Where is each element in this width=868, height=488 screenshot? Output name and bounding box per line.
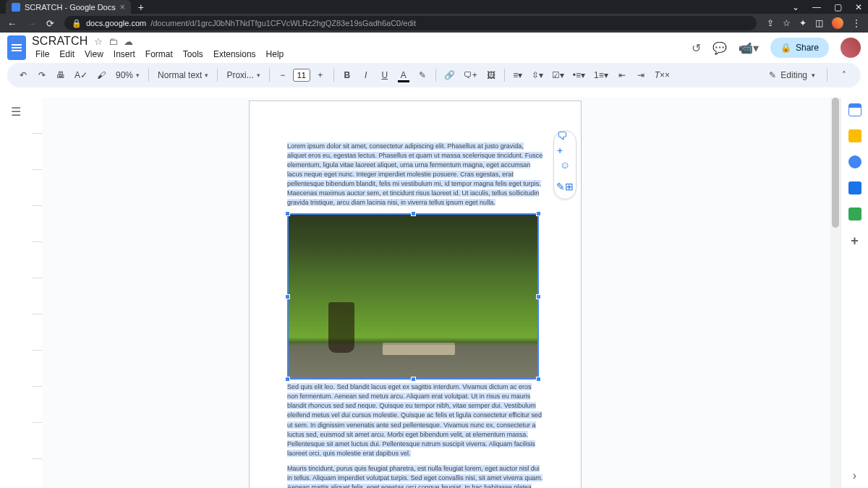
vertical-scrollbar[interactable] [830, 98, 841, 488]
contacts-icon[interactable] [848, 181, 861, 194]
editing-mode-dropdown[interactable]: ✎ Editing ▾ [762, 67, 822, 83]
paragraph-style-dropdown[interactable]: Normal text [153, 67, 213, 83]
sidepanel-icon[interactable]: ◫ [815, 18, 823, 28]
resize-handle-sw[interactable] [285, 377, 290, 382]
new-tab-button[interactable]: + [138, 1, 144, 13]
italic-button[interactable]: I [357, 67, 375, 84]
star-icon[interactable]: ☆ [94, 36, 103, 47]
pencil-icon: ✎ [769, 70, 776, 80]
paragraph-2[interactable]: Sed quis elit leo. Sed blandit lacus ege… [287, 383, 542, 456]
forward-button: → [27, 18, 36, 29]
suggest-edits-icon[interactable]: ✎⊞ [557, 179, 573, 194]
minimize-icon[interactable]: — [812, 2, 821, 12]
calendar-icon[interactable] [848, 103, 861, 116]
align-dropdown[interactable]: ≡▾ [509, 67, 527, 84]
close-window-icon[interactable]: ✕ [855, 2, 862, 12]
font-size-input[interactable] [293, 69, 310, 82]
back-button[interactable]: ← [7, 18, 17, 29]
numbered-list-dropdown[interactable]: 1≡▾ [590, 67, 612, 84]
share-url-icon[interactable]: ⇪ [767, 18, 774, 28]
formatting-toolbar: ↶ ↷ 🖶 A✓ 🖌 90% Normal text Proxi... − + … [7, 63, 861, 87]
cloud-status-icon[interactable]: ☁ [124, 36, 133, 47]
menu-file[interactable]: File [32, 48, 53, 61]
decrease-indent-button[interactable]: ⇤ [613, 67, 631, 84]
add-comment-button[interactable]: 🗨+ [460, 67, 481, 84]
increase-font-button[interactable]: + [312, 67, 329, 84]
menu-edit[interactable]: Edit [56, 48, 78, 61]
maximize-icon[interactable]: ▢ [834, 2, 842, 12]
bold-button[interactable]: B [339, 67, 356, 84]
menu-extensions[interactable]: Extensions [210, 48, 260, 61]
paint-format-button[interactable]: 🖌 [93, 67, 110, 84]
paragraph-3[interactable]: Mauris tincidunt, purus quis feugiat pha… [287, 465, 542, 488]
checklist-button[interactable]: ☑▾ [548, 67, 568, 84]
bookmark-icon[interactable]: ☆ [783, 18, 791, 28]
docs-home-icon[interactable] [7, 35, 26, 60]
font-dropdown[interactable]: Proxi... [222, 67, 264, 83]
resize-handle-ne[interactable] [536, 211, 541, 216]
window-controls: ⌄ — ▢ ✕ [792, 2, 862, 12]
history-icon[interactable]: ↺ [692, 41, 701, 55]
underline-button[interactable]: U [376, 67, 393, 84]
resize-handle-s[interactable] [411, 377, 416, 382]
menu-bar: File Edit View Insert Format Tools Exten… [32, 48, 287, 61]
hide-sidepanel-icon[interactable]: › [853, 469, 856, 482]
move-icon[interactable]: 🗀 [109, 36, 118, 47]
show-outline-button[interactable]: ☰ [11, 106, 21, 118]
extensions-icon[interactable]: ✦ [799, 18, 807, 28]
menu-help[interactable]: Help [263, 48, 288, 61]
style-value: Normal text [158, 70, 202, 80]
document-page[interactable]: Lorem ipsum dolor sit amet, consectetur … [249, 100, 582, 488]
browser-profile-avatar[interactable] [832, 17, 843, 29]
highlight-color-button[interactable]: ✎ [414, 67, 431, 84]
resize-handle-n[interactable] [411, 211, 416, 216]
collapse-toolbar-button[interactable]: ˄ [835, 67, 854, 83]
vertical-ruler[interactable] [32, 98, 42, 488]
document-canvas[interactable]: Lorem ipsum dolor sit amet, consectetur … [42, 98, 830, 488]
resize-handle-e[interactable] [536, 294, 541, 299]
line-spacing-dropdown[interactable]: ⇳▾ [528, 67, 547, 84]
document-title[interactable]: SCRATCH [32, 35, 88, 48]
browser-tab[interactable]: SCRATCH - Google Docs × [6, 0, 131, 14]
menu-view[interactable]: View [81, 48, 107, 61]
browser-menu-icon[interactable]: ⋮ [852, 18, 861, 28]
close-tab-icon[interactable]: × [120, 2, 125, 12]
menu-format[interactable]: Format [142, 48, 176, 61]
insert-image-button[interactable]: 🖼 [482, 67, 500, 84]
resize-handle-w[interactable] [285, 294, 290, 299]
lock-icon: 🔒 [780, 43, 791, 53]
account-avatar[interactable] [841, 38, 861, 58]
insert-link-button[interactable]: 🔗 [441, 67, 459, 84]
reload-button[interactable]: ⟳ [46, 18, 54, 29]
menu-insert[interactable]: Insert [110, 48, 139, 61]
add-emoji-icon[interactable]: ☺ [557, 157, 573, 173]
add-comment-icon[interactable]: 🗨+ [557, 135, 573, 151]
url-input[interactable]: 🔒 docs.google.com/document/d/1grcJ0bNhTN… [64, 16, 757, 30]
horizontal-ruler[interactable] [0, 89, 868, 98]
url-path: /document/d/1grcJ0bNhTNdTfgu1CFVcWLRz2hg… [150, 19, 416, 27]
bulleted-list-dropdown[interactable]: •≡▾ [569, 67, 589, 84]
zoom-dropdown[interactable]: 90% [111, 67, 144, 83]
tasks-icon[interactable] [848, 155, 861, 168]
resize-handle-se[interactable] [536, 377, 541, 382]
menu-tools[interactable]: Tools [179, 48, 207, 61]
print-button[interactable]: 🖶 [52, 67, 69, 84]
chevron-down-icon[interactable]: ⌄ [792, 2, 799, 12]
share-button[interactable]: 🔒 Share [770, 38, 829, 58]
spellcheck-button[interactable]: A✓ [71, 67, 91, 84]
clear-formatting-button[interactable]: T×× [651, 67, 673, 84]
increase-indent-button[interactable]: ⇥ [632, 67, 650, 84]
get-addons-icon[interactable]: + [851, 234, 859, 249]
text-color-button[interactable]: A [395, 67, 412, 84]
redo-button[interactable]: ↷ [33, 67, 51, 84]
scrollbar-thumb[interactable] [832, 98, 839, 228]
keep-icon[interactable] [848, 129, 861, 142]
decrease-font-button[interactable]: − [274, 67, 292, 84]
resize-handle-nw[interactable] [285, 211, 290, 216]
meet-icon[interactable]: 📹▾ [739, 41, 759, 55]
undo-button[interactable]: ↶ [14, 67, 32, 84]
comments-icon[interactable]: 💬 [712, 41, 727, 55]
maps-icon[interactable] [848, 207, 861, 221]
paragraph-1[interactable]: Lorem ipsum dolor sit amet, consectetur … [287, 142, 542, 206]
inline-image[interactable] [287, 213, 539, 380]
